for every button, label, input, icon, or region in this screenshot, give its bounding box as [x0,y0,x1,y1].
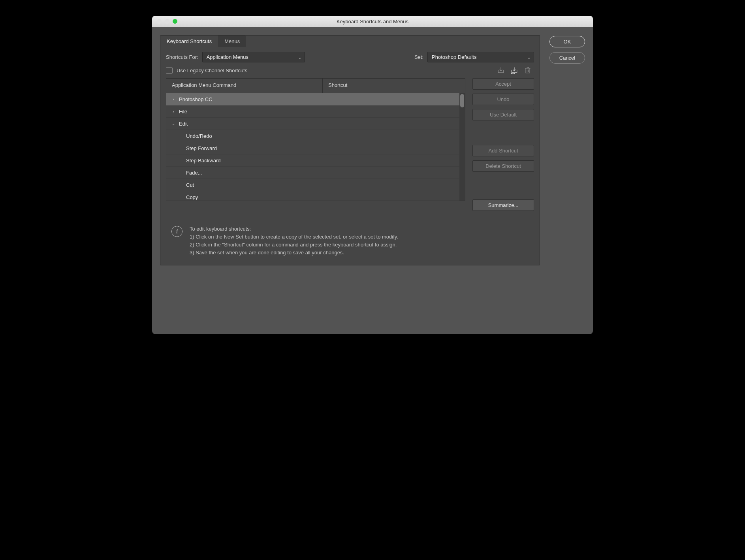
summarize-button[interactable]: Summarize... [472,199,534,211]
delete-shortcut-button[interactable]: Delete Shortcut [472,160,534,172]
titlebar: Keyboard Shortcuts and Menus [152,16,593,27]
table-row[interactable]: ›File [166,105,465,118]
chevron-right-icon[interactable]: › [170,109,177,114]
legacy-channel-label: Use Legacy Channel Shortcuts [177,68,247,73]
set-dropdown[interactable]: Photoshop Defaults ⌄ [427,52,534,62]
help-line-2: 2) Click in the "Shortcut" column for a … [190,241,398,249]
table-row[interactable]: ›Photoshop CC [166,93,465,105]
scrollbar-thumb[interactable] [460,94,464,107]
cancel-button[interactable]: Cancel [549,52,585,64]
use-default-button[interactable]: Use Default [472,109,534,120]
svg-point-0 [512,73,512,74]
info-icon: i [171,226,182,237]
table-row[interactable]: Undo/Redo [166,130,465,142]
table-body: ›Photoshop CC›File⌄EditUndo/RedoStep For… [166,93,465,201]
tab-strip: Keyboard Shortcuts Menus [160,36,540,47]
set-value: Photoshop Defaults [432,54,476,60]
help-line-3: 3) Save the set when you are done editin… [190,249,398,257]
help-line-1: 1) Click on the New Set button to create… [190,233,398,241]
row-label: Cut [186,182,194,188]
shortcut-table: Application Menu Command Shortcut ›Photo… [166,78,465,211]
shortcuts-for-label: Shortcuts For: [166,54,198,60]
chevron-right-icon[interactable]: › [170,97,177,101]
legacy-channel-checkbox[interactable] [166,67,173,74]
trash-icon[interactable] [524,66,532,74]
row-label: File [179,109,187,115]
help-title: To edit keyboard shortcuts: [190,225,398,233]
row-label: Step Forward [186,145,217,151]
row-label: Edit [179,121,188,127]
dialog-window: Keyboard Shortcuts and Menus Keyboard Sh… [152,16,593,334]
shortcuts-for-dropdown[interactable]: Application Menus ⌄ [202,52,305,62]
accept-button[interactable]: Accept [472,78,534,90]
action-button-group: Accept Undo Use Default Add Shortcut Del… [472,78,534,211]
shortcuts-for-value: Application Menus [207,54,248,60]
table-row[interactable]: ⌄Edit [166,118,465,130]
svg-point-2 [514,73,515,74]
column-header-shortcut[interactable]: Shortcut [323,79,465,93]
tab-menus[interactable]: Menus [218,36,246,47]
table-row[interactable]: Step Forward [166,142,465,154]
column-header-command[interactable]: Application Menu Command [166,79,323,93]
new-set-icon[interactable] [510,66,518,74]
table-row[interactable]: Step Backward [166,154,465,167]
undo-button[interactable]: Undo [472,94,534,105]
table-row[interactable]: Copy [166,191,465,201]
main-panel: Keyboard Shortcuts Menus Shortcuts For: … [160,35,540,265]
row-label: Photoshop CC [179,96,213,102]
ok-button[interactable]: OK [549,36,585,47]
window-title: Keyboard Shortcuts and Menus [152,19,593,24]
save-set-icon[interactable] [497,66,505,74]
row-label: Undo/Redo [186,133,212,139]
set-label: Set: [414,54,423,60]
dialog-buttons: OK Cancel [549,35,585,265]
row-label: Fade... [186,170,202,176]
table-row[interactable]: Cut [166,179,465,191]
add-shortcut-button[interactable]: Add Shortcut [472,145,534,156]
table-row[interactable]: Fade... [166,167,465,179]
chevron-down-icon: ⌄ [527,55,531,59]
row-label: Copy [186,194,198,200]
tab-keyboard-shortcuts[interactable]: Keyboard Shortcuts [160,36,218,47]
row-label: Step Backward [186,158,220,163]
help-panel: i To edit keyboard shortcuts: 1) Click o… [160,217,540,265]
chevron-down-icon: ⌄ [298,55,301,59]
chevron-down-icon[interactable]: ⌄ [170,122,177,126]
svg-point-1 [513,73,514,74]
scrollbar[interactable] [459,93,465,201]
